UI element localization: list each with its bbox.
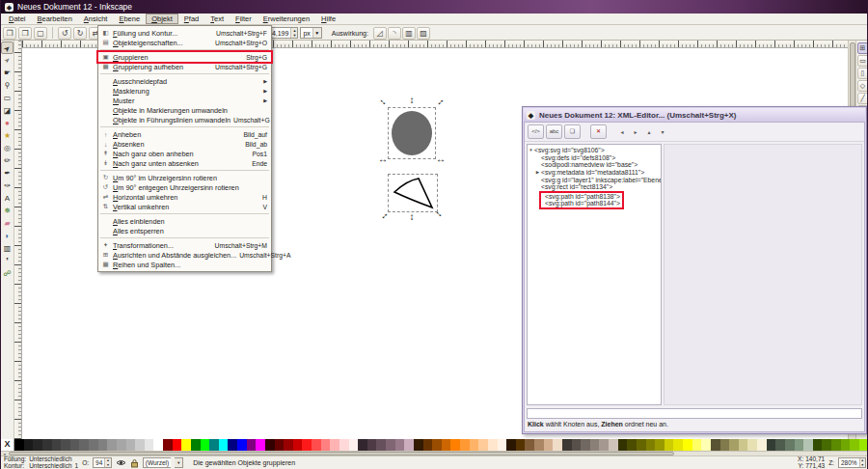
menu-item-absenken[interactable]: ↓AbsenkenBild_ab: [98, 139, 271, 149]
color-swatch[interactable]: [785, 439, 795, 451]
swatch-none[interactable]: X: [1, 439, 14, 451]
color-swatch[interactable]: [562, 439, 572, 451]
color-swatch[interactable]: [367, 439, 377, 451]
zoom-spinbox[interactable]: 280% ▲▼: [838, 457, 866, 468]
zoom-tool[interactable]: ⚲: [1, 79, 14, 92]
menu-item-alles-entsperren[interactable]: Alles entsperren: [98, 226, 271, 235]
color-swatch[interactable]: [293, 439, 303, 451]
color-swatch[interactable]: [673, 439, 683, 451]
color-swatch[interactable]: [683, 439, 692, 451]
gradient-tool[interactable]: ▥: [1, 242, 14, 255]
color-swatch[interactable]: [534, 439, 544, 451]
spinner-arrows-icon[interactable]: ▲▼: [290, 28, 297, 38]
color-swatch[interactable]: [739, 439, 748, 451]
color-swatch[interactable]: [470, 439, 479, 451]
selection-handle-left[interactable]: ↔: [377, 154, 389, 164]
color-swatch[interactable]: [98, 439, 108, 451]
color-swatch[interactable]: [237, 439, 247, 451]
color-swatch[interactable]: [52, 439, 62, 451]
menu-erweiterungen[interactable]: Erweiterungen: [258, 14, 315, 24]
color-swatch[interactable]: [284, 439, 293, 451]
color-swatch[interactable]: [581, 439, 590, 451]
color-swatch[interactable]: [795, 439, 804, 451]
color-swatch[interactable]: [757, 439, 767, 451]
color-swatch[interactable]: [330, 439, 339, 451]
color-swatch[interactable]: [42, 439, 52, 451]
chevron-down-icon[interactable]: ▼: [175, 457, 183, 468]
calligraphy-tool[interactable]: ✑: [1, 179, 14, 192]
color-swatch[interactable]: [655, 439, 665, 451]
color-swatch[interactable]: [544, 439, 554, 451]
color-swatch[interactable]: [803, 439, 813, 451]
box3d-tool[interactable]: ◪: [1, 104, 14, 117]
color-swatch[interactable]: [460, 439, 470, 451]
text-tool[interactable]: A: [1, 192, 14, 205]
menu-pfad[interactable]: Pfad: [178, 14, 204, 24]
affect-gradient-button[interactable]: ▥: [402, 27, 416, 40]
menu-text[interactable]: Text: [204, 14, 230, 24]
affect-scale-corners-button[interactable]: ◝: [388, 27, 401, 40]
color-swatch[interactable]: [70, 439, 80, 451]
color-swatch[interactable]: [386, 439, 395, 451]
tweak-tool[interactable]: ☛: [1, 67, 14, 79]
color-swatch[interactable]: [79, 439, 89, 451]
menu-item-nach-ganz-unten-absenken[interactable]: ↡Nach ganz unten absenkenEnde: [98, 158, 271, 168]
xml-tree-node[interactable]: <svg:g id="layer1" inkscape:label="Ebene…: [528, 176, 661, 183]
connector-tool[interactable]: ☍: [1, 267, 14, 280]
spiral-tool[interactable]: ◎: [1, 142, 14, 154]
selector-tool[interactable]: ➤: [1, 41, 14, 54]
menu-item-transformationen[interactable]: ✦Transformationen...Umschalt+Strg+M: [98, 240, 271, 250]
unindent-node-button[interactable]: ◂: [616, 126, 628, 138]
xml-tree-node[interactable]: <svg:defs id="defs8108">: [528, 154, 661, 162]
titlebar[interactable]: ◆ Neues Dokument 12 - Inkscape: [1, 0, 868, 14]
indent-node-button[interactable]: ▸: [630, 126, 641, 138]
color-swatch[interactable]: [414, 439, 423, 451]
color-swatch[interactable]: [711, 439, 720, 451]
color-swatch[interactable]: [33, 439, 42, 451]
xml-tree-node[interactable]: ▶<svg:metadata id="metadata8111">: [528, 169, 661, 177]
menu-item-objekte-in-führungslinien-umwandeln[interactable]: Objekte in Führungslinien umwandelnUmsch…: [98, 115, 271, 124]
color-swatch[interactable]: [488, 439, 498, 451]
color-swatch[interactable]: [525, 439, 534, 451]
selection-handle-bottom-right[interactable]: ↔: [434, 208, 446, 218]
color-swatch[interactable]: [775, 439, 785, 451]
color-swatch[interactable]: [637, 439, 646, 451]
menu-item-objekte-in-markierungen-umwandeln[interactable]: Objekte in Markierungen umwandeln: [98, 105, 271, 115]
color-swatch[interactable]: [767, 439, 776, 451]
color-swatch[interactable]: [209, 439, 219, 451]
color-swatch[interactable]: [219, 439, 229, 451]
new-element-node-button[interactable]: </>: [528, 124, 544, 139]
menu-filter[interactable]: Filter: [230, 14, 258, 24]
move-node-up-button[interactable]: ▴: [643, 126, 655, 138]
eraser-tool[interactable]: ▰: [1, 217, 14, 230]
color-swatch[interactable]: [126, 439, 136, 451]
color-swatch[interactable]: [265, 439, 275, 451]
new-text-node-button[interactable]: abc: [546, 124, 562, 139]
triangle-shape[interactable]: [390, 176, 436, 212]
affect-scale-stroke-button[interactable]: ◿: [373, 27, 387, 40]
menu-item-anheben[interactable]: ↑AnhebenBild_auf: [98, 129, 271, 139]
expander-closed-icon[interactable]: ▶: [534, 170, 541, 175]
rotate-ccw-button[interactable]: ↺: [58, 27, 71, 40]
spinner-arrows-icon[interactable]: ▲▼: [859, 458, 865, 467]
menu-item-füllung-und-kontur[interactable]: ◧Füllung und Kontur...Umschalt+Strg+F: [98, 28, 271, 38]
selection-handle-bottom-left[interactable]: ↔: [378, 210, 390, 220]
affect-pattern-button[interactable]: ▨: [417, 27, 430, 40]
color-swatch[interactable]: [665, 439, 674, 451]
menu-bearbeiten[interactable]: Bearbeiten: [32, 14, 78, 24]
menu-item-nach-ganz-oben-anheben[interactable]: ↟Nach ganz oben anhebenPos1: [98, 149, 271, 158]
menu-ebene[interactable]: Ebene: [113, 14, 146, 24]
xml-tree-node[interactable]: <sodipodi:namedview id="base">: [528, 161, 661, 169]
spray-tool[interactable]: ✵: [1, 205, 14, 217]
snap-paths-button[interactable]: ╱: [857, 93, 868, 104]
color-swatch[interactable]: [153, 439, 163, 451]
spinner-arrows-icon[interactable]: ▲▼: [104, 458, 110, 467]
select-all-button[interactable]: ❐: [3, 27, 16, 40]
color-swatch[interactable]: [498, 439, 507, 451]
color-swatch[interactable]: [349, 439, 359, 451]
color-swatch[interactable]: [516, 439, 526, 451]
color-swatch[interactable]: [302, 439, 312, 451]
menu-datei[interactable]: Datei: [3, 14, 32, 24]
color-swatch[interactable]: [14, 439, 24, 451]
color-swatch[interactable]: [813, 439, 823, 451]
